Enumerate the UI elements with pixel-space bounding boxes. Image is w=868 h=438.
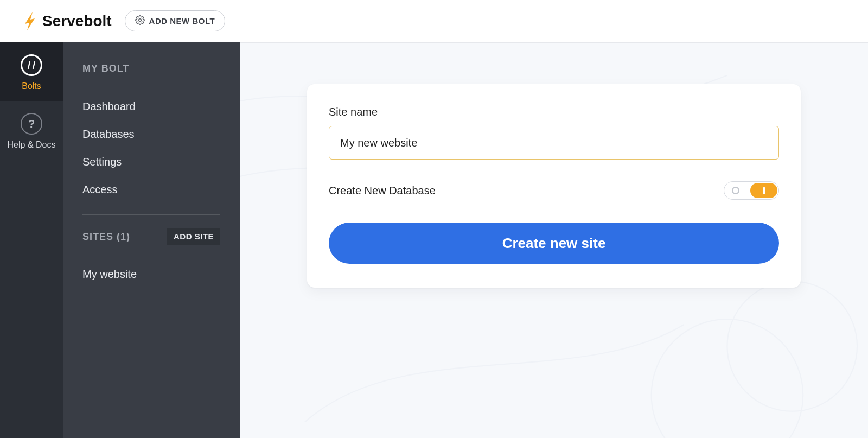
site-name-label: Site name bbox=[329, 106, 779, 118]
toggle-on-knob-icon bbox=[750, 183, 777, 198]
gear-icon bbox=[135, 15, 145, 27]
sidebar-link-access[interactable]: Access bbox=[82, 176, 220, 204]
site-name-input[interactable] bbox=[329, 126, 779, 160]
rail-item-label: Help & Docs bbox=[8, 140, 56, 150]
toggle-off-indicator-icon bbox=[732, 187, 739, 194]
rail-item-bolts[interactable]: Bolts bbox=[0, 42, 63, 101]
sidebar-link-settings[interactable]: Settings bbox=[82, 148, 220, 176]
add-new-bolt-button[interactable]: ADD NEW BOLT bbox=[125, 10, 226, 31]
sidebar-divider bbox=[82, 214, 220, 215]
create-site-card: Site name Create New Database Create new… bbox=[307, 84, 801, 288]
sidebar-link-databases[interactable]: Databases bbox=[82, 120, 220, 148]
sidebar-heading-sites: SITES (1) bbox=[82, 231, 130, 243]
secondary-sidebar: MY BOLT Dashboard Databases Settings Acc… bbox=[63, 42, 240, 438]
add-site-button[interactable]: ADD SITE bbox=[167, 228, 220, 245]
create-db-toggle[interactable] bbox=[724, 181, 779, 200]
sidebar-link-dashboard[interactable]: Dashboard bbox=[82, 93, 220, 120]
main-content: Site name Create New Database Create new… bbox=[240, 42, 868, 438]
svg-point-3 bbox=[727, 281, 857, 411]
brand-logo[interactable]: Servebolt bbox=[22, 11, 112, 31]
help-circle-icon: ? bbox=[21, 113, 42, 135]
svg-point-0 bbox=[138, 19, 141, 22]
primary-nav-rail: Bolts ? Help & Docs bbox=[0, 42, 63, 438]
create-db-label: Create New Database bbox=[329, 185, 436, 197]
add-bolt-label: ADD NEW BOLT bbox=[149, 16, 215, 26]
bolt-logo-icon bbox=[22, 11, 38, 31]
sidebar-site-item[interactable]: My website bbox=[82, 261, 220, 288]
svg-point-4 bbox=[652, 319, 803, 438]
svg-line-1 bbox=[28, 62, 30, 68]
svg-line-2 bbox=[33, 62, 35, 68]
create-site-button[interactable]: Create new site bbox=[329, 223, 779, 264]
bolt-circle-icon bbox=[21, 54, 42, 76]
app-header: Servebolt ADD NEW BOLT bbox=[0, 0, 868, 42]
sidebar-heading-bolt: MY BOLT bbox=[82, 63, 220, 74]
brand-name: Servebolt bbox=[42, 12, 112, 30]
rail-item-label: Bolts bbox=[22, 81, 41, 91]
rail-item-help[interactable]: ? Help & Docs bbox=[0, 101, 63, 160]
